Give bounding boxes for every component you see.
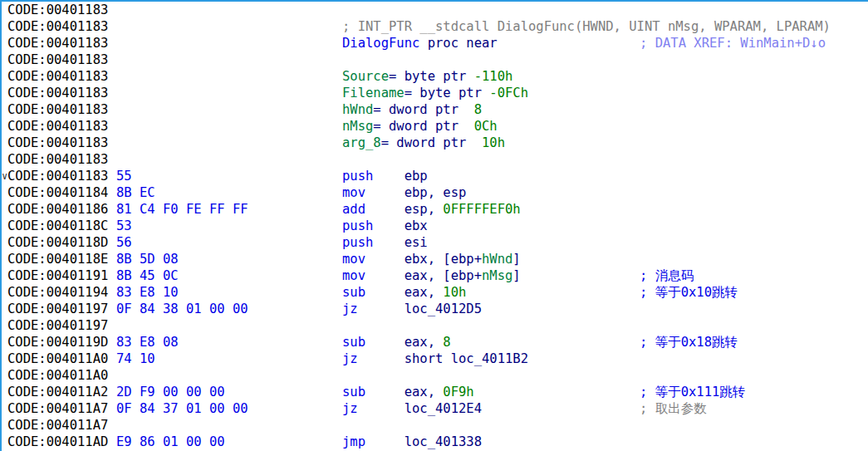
token: 0FFFFFEF0h bbox=[443, 202, 520, 217]
symbol-nmsg[interactable]: nMsg bbox=[482, 268, 512, 283]
address[interactable]: CODE:0040118D bbox=[7, 234, 108, 251]
asm-row[interactable]: CODE:0040119D83 E8 08sub eax, 8; 等于0x18跳… bbox=[2, 334, 868, 351]
instruction[interactable]: nMsg= dword ptr 0Ch bbox=[342, 118, 498, 135]
address[interactable]: CODE:00401183 bbox=[7, 135, 108, 151]
address[interactable]: CODE:00401186 bbox=[7, 201, 108, 218]
asm-row[interactable]: ∨CODE:0040118355push ebp bbox=[2, 168, 868, 184]
instruction[interactable]: mov ebx, [ebp+hWnd] bbox=[342, 251, 521, 267]
disassembly-view[interactable]: CODE:00401183CODE:00401183; INT_PTR __st… bbox=[0, 0, 868, 451]
address[interactable]: CODE:0040119D bbox=[7, 334, 108, 351]
asm-row[interactable]: CODE:004011A7 bbox=[2, 417, 868, 434]
instruction[interactable]: sub eax, 0F9h bbox=[342, 384, 474, 400]
asm-row[interactable]: CODE:004011918B 45 0Cmov eax, [ebp+nMsg]… bbox=[2, 267, 868, 284]
symbol-loc_4012d5[interactable]: loc_4012D5 bbox=[405, 301, 482, 316]
address[interactable]: CODE:00401183 bbox=[7, 35, 108, 51]
symbol-loc_4011b2[interactable]: loc_4011B2 bbox=[451, 351, 528, 366]
address[interactable]: CODE:004011AD bbox=[7, 434, 108, 450]
asm-row[interactable]: CODE:0040118E8B 5D 08mov ebx, [ebp+hWnd] bbox=[2, 251, 868, 267]
address[interactable]: CODE:00401183 bbox=[7, 2, 108, 18]
asm-row[interactable]: CODE:00401183 bbox=[2, 51, 868, 68]
instruction[interactable]: sub eax, 10h bbox=[342, 284, 466, 301]
asm-row[interactable]: CODE:004011970F 84 38 01 00 00jz loc_401… bbox=[2, 301, 868, 317]
token: 10h bbox=[482, 135, 505, 150]
asm-row[interactable]: CODE:004011A22D F9 00 00 00sub eax, 0F9h… bbox=[2, 384, 868, 400]
instruction[interactable]: push ebx bbox=[342, 218, 428, 234]
instruction[interactable]: push esi bbox=[342, 234, 428, 251]
instruction[interactable]: jz short loc_4011B2 bbox=[342, 351, 528, 367]
token: = bbox=[381, 135, 397, 150]
address[interactable]: CODE:00401183 bbox=[7, 118, 108, 135]
asm-row[interactable]: CODE:00401183 bbox=[2, 2, 868, 18]
token: ebx, [ebp+ bbox=[405, 252, 482, 267]
asm-row[interactable]: CODE:0040118C53push ebx bbox=[2, 218, 868, 234]
asm-row[interactable]: CODE:004011A70F 84 37 01 00 00jz loc_401… bbox=[2, 400, 868, 417]
instruction[interactable]: sub eax, 8 bbox=[342, 334, 451, 351]
address[interactable]: CODE:0040118C bbox=[7, 218, 108, 234]
asm-row[interactable]: CODE:00401183hWnd= dword ptr 8 bbox=[2, 101, 868, 118]
instruction[interactable]: jz loc_4012E4 bbox=[342, 400, 482, 417]
asm-row[interactable]: CODE:004011ADE9 86 01 00 00jmp loc_40133… bbox=[2, 434, 868, 450]
address[interactable]: CODE:00401183 bbox=[7, 18, 108, 35]
instruction[interactable]: jmp loc_401338 bbox=[342, 434, 482, 450]
instruction[interactable]: push ebp bbox=[342, 168, 428, 184]
address[interactable]: CODE:00401197 bbox=[7, 301, 108, 317]
asm-row[interactable]: CODE:00401183DialogFunc proc near; DATA … bbox=[2, 35, 868, 51]
instruction[interactable]: Filename= byte ptr -0FCh bbox=[342, 85, 528, 101]
instruction[interactable]: add esp, 0FFFFFEF0h bbox=[342, 201, 521, 218]
symbol-hwnd[interactable]: hWnd bbox=[482, 252, 512, 267]
symbol-loc_4012e4[interactable]: loc_4012E4 bbox=[405, 401, 482, 416]
instruction[interactable]: Source= byte ptr -110h bbox=[342, 68, 512, 85]
asm-row[interactable]: CODE:004011A074 10jz short loc_4011B2 bbox=[2, 351, 868, 367]
address[interactable]: CODE:004011A7 bbox=[7, 400, 108, 417]
instruction[interactable]: DialogFunc proc near bbox=[342, 35, 498, 51]
asm-row[interactable]: CODE:004011848B ECmov ebp, esp bbox=[2, 184, 868, 201]
address[interactable]: CODE:00401191 bbox=[7, 267, 108, 284]
asm-row[interactable]: CODE:00401183arg_8= dword ptr 10h bbox=[2, 135, 868, 151]
asm-row[interactable]: CODE:0040118D56push esi bbox=[2, 234, 868, 251]
symbol-source[interactable]: Source bbox=[342, 69, 389, 84]
token: ebp bbox=[405, 169, 428, 184]
instruction[interactable]: arg_8= dword ptr 10h bbox=[342, 135, 505, 151]
address[interactable]: CODE:004011A7 bbox=[7, 417, 108, 434]
instruction[interactable]: mov ebp, esp bbox=[342, 184, 466, 201]
opcode-bytes: 83 E8 08 bbox=[116, 334, 179, 351]
opcode-bytes: E9 86 01 00 00 bbox=[116, 434, 225, 450]
address[interactable]: CODE:00401194 bbox=[7, 284, 108, 301]
symbol-nmsg[interactable]: nMsg bbox=[342, 119, 373, 134]
address[interactable]: CODE:004011A0 bbox=[7, 367, 108, 384]
asm-row[interactable]: CODE:00401183nMsg= dword ptr 0Ch bbox=[2, 118, 868, 135]
instruction[interactable]: hWnd= dword ptr 8 bbox=[342, 101, 482, 118]
asm-row[interactable]: CODE:00401183; INT_PTR __stdcall DialogF… bbox=[2, 18, 868, 35]
asm-row[interactable]: CODE:00401183 bbox=[2, 151, 868, 168]
address[interactable]: CODE:00401184 bbox=[7, 184, 108, 201]
asm-row[interactable]: CODE:00401183Filename= byte ptr -0FCh bbox=[2, 85, 868, 101]
symbol-winmain+do[interactable]: WinMain+D↓o bbox=[740, 36, 826, 51]
asm-row[interactable]: CODE:0040118681 C4 F0 FE FF FFadd esp, 0… bbox=[2, 201, 868, 218]
opcode-bytes: 0F 84 38 01 00 00 bbox=[116, 301, 248, 317]
asm-row[interactable]: CODE:00401183Source= byte ptr -110h bbox=[2, 68, 868, 85]
address[interactable]: CODE:004011A0 bbox=[7, 351, 108, 367]
symbol-arg_8[interactable]: arg_8 bbox=[342, 135, 381, 150]
asm-row[interactable]: CODE:0040119483 E8 10sub eax, 10h; 等于0x1… bbox=[2, 284, 868, 301]
address[interactable]: CODE:00401183 bbox=[7, 85, 108, 101]
symbol-hwnd[interactable]: hWnd bbox=[342, 102, 373, 117]
address[interactable]: CODE:00401183 bbox=[7, 151, 108, 168]
address[interactable]: CODE:004011A2 bbox=[7, 384, 108, 400]
symbol-filename[interactable]: Filename bbox=[342, 86, 405, 100]
asm-row[interactable]: CODE:004011A0 bbox=[2, 367, 868, 384]
address[interactable]: CODE:00401183 bbox=[7, 68, 108, 85]
address[interactable]: CODE:00401197 bbox=[7, 317, 108, 334]
instruction[interactable]: jz loc_4012D5 bbox=[342, 301, 482, 317]
instruction[interactable]: mov eax, [ebp+nMsg] bbox=[342, 267, 521, 284]
address[interactable]: CODE:00401183 bbox=[7, 168, 108, 184]
opcode-bytes: 56 bbox=[116, 234, 132, 251]
opcode-bytes: 55 bbox=[116, 168, 132, 184]
token: dword ptr bbox=[389, 102, 474, 117]
address[interactable]: CODE:00401183 bbox=[7, 101, 108, 118]
opcode-bytes: 8B EC bbox=[116, 184, 155, 201]
address[interactable]: CODE:0040118E bbox=[7, 251, 108, 267]
address[interactable]: CODE:00401183 bbox=[7, 51, 108, 68]
asm-row[interactable]: CODE:00401197 bbox=[2, 317, 868, 334]
symbol-loc_401338[interactable]: loc_401338 bbox=[405, 434, 482, 449]
symbol-dialogfunc[interactable]: DialogFunc bbox=[342, 36, 419, 51]
